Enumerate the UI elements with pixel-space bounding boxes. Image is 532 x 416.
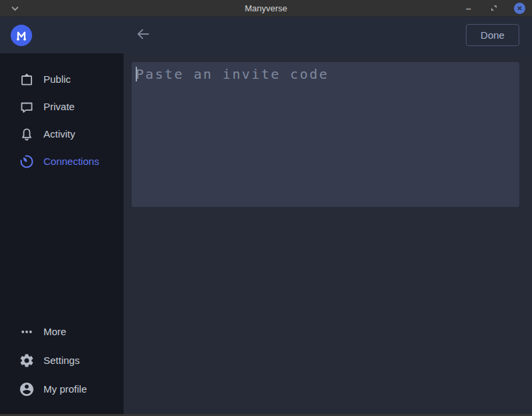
titlebar: Manyverse – ✕ — [0, 0, 532, 17]
gear-icon — [19, 353, 35, 369]
sidebar-item-label: Activity — [43, 128, 76, 140]
invite-input-wrap — [132, 62, 519, 210]
sidebar-item-private[interactable]: Private — [0, 93, 124, 120]
window-controls: – ✕ — [463, 0, 525, 17]
bell-icon — [19, 126, 35, 142]
minimize-button[interactable]: – — [463, 3, 474, 14]
maximize-button[interactable] — [489, 3, 499, 14]
person-circle-icon — [19, 381, 35, 397]
logo-m-icon — [13, 27, 29, 43]
close-icon: ✕ — [517, 5, 522, 12]
sidebar-item-public[interactable]: Public — [0, 65, 124, 93]
sidebar-item-label: Public — [43, 73, 71, 85]
connections-dial-icon — [19, 154, 35, 170]
sidebar-item-label: Private — [43, 101, 75, 112]
manyverse-logo — [11, 25, 32, 46]
sidebar-item-label: Settings — [43, 355, 80, 366]
app-header: Done — [0, 17, 532, 53]
ellipsis-icon — [19, 324, 35, 340]
sidebar-item-my-profile[interactable]: My profile — [0, 375, 124, 403]
speech-bubble-icon — [19, 99, 35, 115]
window-title: Manyverse — [0, 3, 532, 13]
done-button[interactable]: Done — [466, 24, 519, 46]
sidebar: Public Private — [0, 53, 124, 414]
close-button[interactable]: ✕ — [514, 3, 525, 14]
sidebar-bottom-group: More Settings My — [0, 317, 124, 403]
main-content — [124, 53, 532, 414]
manyverse-window: Manyverse – ✕ — [0, 0, 532, 416]
window-shade-button[interactable] — [11, 2, 19, 14]
minimize-icon: – — [466, 5, 471, 12]
body: Public Private — [0, 53, 532, 414]
sidebar-top-group: Public Private — [0, 65, 124, 175]
sidebar-item-label: More — [43, 326, 66, 337]
maximize-icon — [490, 3, 498, 15]
sidebar-item-label: My profile — [43, 383, 87, 395]
sidebar-item-connections[interactable]: Connections — [0, 148, 124, 175]
arrow-left-icon — [135, 26, 151, 45]
chevron-down-icon — [11, 2, 19, 14]
sidebar-item-activity[interactable]: Activity — [0, 120, 124, 148]
invite-code-textarea[interactable] — [132, 62, 519, 207]
back-button[interactable] — [134, 26, 152, 45]
sidebar-item-label: Connections — [43, 156, 99, 167]
sidebar-item-settings[interactable]: Settings — [0, 346, 124, 375]
sidebar-item-more[interactable]: More — [0, 317, 124, 346]
public-board-icon — [19, 71, 35, 87]
